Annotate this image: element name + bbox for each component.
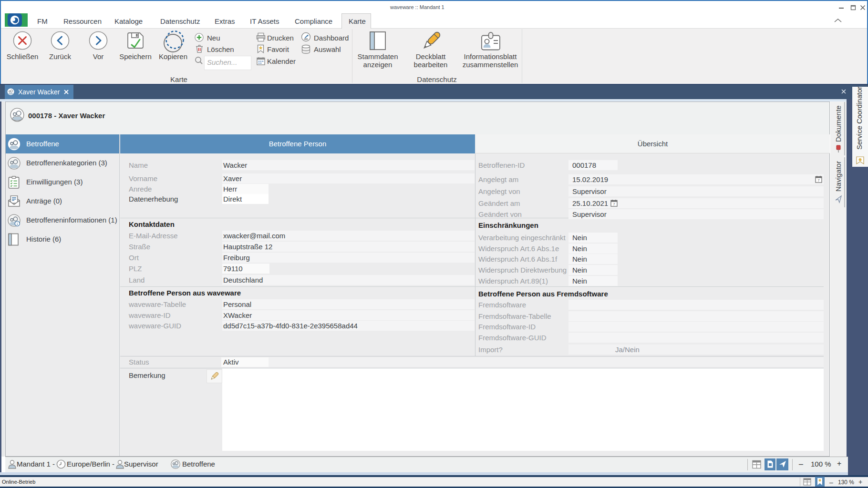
svg-text:7: 7	[817, 178, 820, 183]
svg-text:7: 7	[613, 202, 615, 206]
